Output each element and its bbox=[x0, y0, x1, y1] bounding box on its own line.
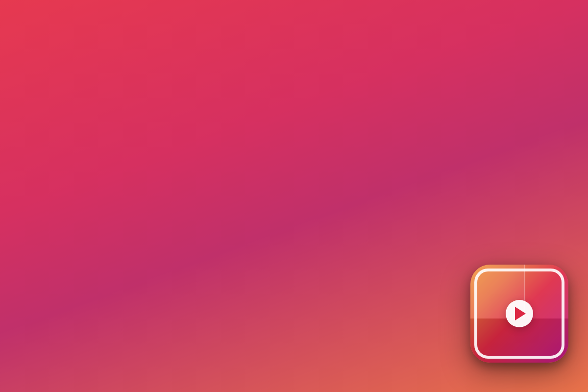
app-icon-play-button[interactable] bbox=[506, 300, 533, 327]
play-triangle-icon bbox=[515, 307, 526, 320]
app-icon-frame bbox=[474, 269, 564, 359]
reels-app-icon-container[interactable] bbox=[470, 265, 568, 363]
reels-app-icon[interactable] bbox=[470, 265, 568, 363]
